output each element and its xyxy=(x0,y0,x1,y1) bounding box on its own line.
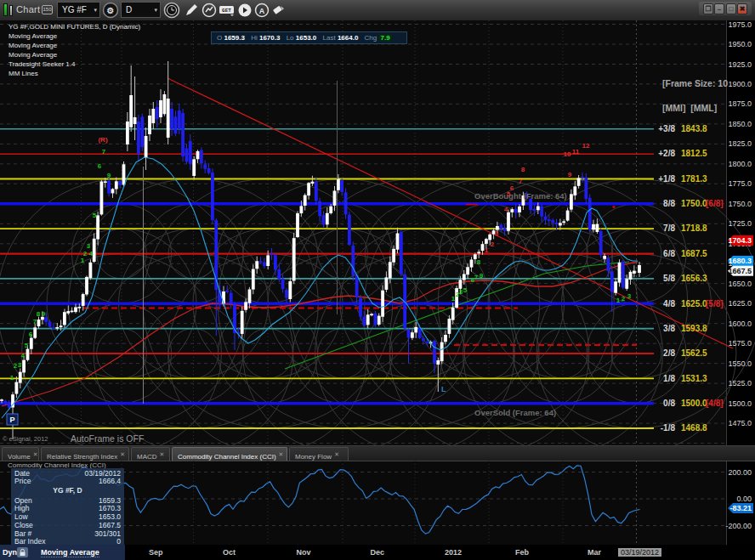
svg-text:1550.0: 1550.0 xyxy=(728,359,752,368)
svg-text:1781.3: 1781.3 xyxy=(681,174,707,184)
svg-text:1750.0: 1750.0 xyxy=(681,199,707,208)
svg-text:1843.8: 1843.8 xyxy=(681,124,707,133)
svg-text:8: 8 xyxy=(37,310,41,318)
svg-text:2: 2 xyxy=(83,250,88,257)
svg-text:1875.0: 1875.0 xyxy=(728,99,752,108)
svg-text:1687.5: 1687.5 xyxy=(681,249,707,258)
svg-text:1593.8: 1593.8 xyxy=(681,324,707,333)
svg-text:1650.0: 1650.0 xyxy=(728,280,752,288)
svg-text:1: 1 xyxy=(485,246,489,254)
svg-text:1531.3: 1531.3 xyxy=(681,374,707,383)
svg-text:1500.0: 1500.0 xyxy=(728,399,752,408)
svg-text:P: P xyxy=(9,416,14,424)
svg-text:OverSold (Frame: 64): OverSold (Frame: 64) xyxy=(474,408,556,417)
svg-text:-83.21: -83.21 xyxy=(729,504,752,512)
svg-text:7: 7 xyxy=(519,178,523,185)
svg-text:8: 8 xyxy=(477,258,481,266)
svg-text:1468.8: 1468.8 xyxy=(681,423,707,433)
svg-text:1625.0: 1625.0 xyxy=(681,299,707,308)
svg-text:1: 1 xyxy=(10,374,14,382)
svg-text:1/8: 1/8 xyxy=(663,374,675,383)
svg-text:7/8: 7/8 xyxy=(663,223,675,233)
svg-text:1800.0: 1800.0 xyxy=(728,160,752,168)
svg-text:12: 12 xyxy=(582,142,590,150)
svg-text:[5/8]: [5/8] xyxy=(706,299,724,308)
svg-text:(R): (R) xyxy=(98,136,107,144)
svg-text:6: 6 xyxy=(29,331,33,338)
svg-text:9: 9 xyxy=(480,272,484,280)
svg-text:0.00: 0.00 xyxy=(736,495,752,503)
svg-text:L: L xyxy=(441,385,446,393)
svg-text:1775.0: 1775.0 xyxy=(728,179,752,188)
svg-text:1925.0: 1925.0 xyxy=(728,60,752,69)
svg-text:5: 5 xyxy=(463,286,468,294)
svg-text:3: 3 xyxy=(495,229,499,237)
svg-text:7: 7 xyxy=(474,274,479,281)
svg-text:1750.0: 1750.0 xyxy=(728,200,752,208)
svg-text:5: 5 xyxy=(93,212,97,219)
svg-text:200.00: 200.00 xyxy=(728,468,752,477)
svg-text:0/8: 0/8 xyxy=(663,399,675,408)
svg-text:1656.3: 1656.3 xyxy=(681,274,707,283)
svg-text:1725.0: 1725.0 xyxy=(728,219,752,228)
svg-text:[4/8]: [4/8] xyxy=(706,399,724,408)
svg-text:5/8: 5/8 xyxy=(663,274,675,283)
svg-text:8/8: 8/8 xyxy=(663,199,675,208)
svg-text:1718.8: 1718.8 xyxy=(681,223,707,233)
svg-text:1825.0: 1825.0 xyxy=(728,139,752,148)
svg-text:11: 11 xyxy=(572,148,580,156)
svg-text:2: 2 xyxy=(622,295,626,303)
svg-text:1500.0: 1500.0 xyxy=(681,399,707,408)
svg-text:9: 9 xyxy=(568,171,572,178)
svg-text:1975.0: 1975.0 xyxy=(728,20,752,29)
svg-text:1575.0: 1575.0 xyxy=(728,339,752,348)
svg-text:1525.0: 1525.0 xyxy=(728,379,752,387)
svg-text:4: 4 xyxy=(89,250,94,257)
svg-text:1680.3: 1680.3 xyxy=(728,257,752,265)
svg-text:3: 3 xyxy=(87,242,91,250)
svg-text:3/8: 3/8 xyxy=(663,324,675,333)
svg-text:3: 3 xyxy=(627,292,632,300)
svg-text:1: 1 xyxy=(616,297,621,304)
svg-text:5: 5 xyxy=(25,342,29,349)
svg-text:9: 9 xyxy=(107,172,111,179)
svg-text:6: 6 xyxy=(510,184,514,192)
svg-text:-1/8: -1/8 xyxy=(661,423,676,433)
svg-text:3: 3 xyxy=(18,361,22,369)
svg-text:6/8: 6/8 xyxy=(663,249,675,258)
svg-text:[Frame Size: 10: [Frame Size: 10 xyxy=(662,78,728,88)
svg-text:1625.0: 1625.0 xyxy=(728,299,752,308)
svg-text:7: 7 xyxy=(102,148,106,156)
svg-text:1950.0: 1950.0 xyxy=(728,40,752,48)
svg-text:[6/8]: [6/8] xyxy=(706,199,724,208)
svg-text:4/8: 4/8 xyxy=(663,299,675,308)
svg-text:1475.0: 1475.0 xyxy=(728,419,752,427)
svg-text:1562.5: 1562.5 xyxy=(681,348,707,358)
svg-text:6: 6 xyxy=(98,162,102,170)
svg-text:OverBought (Frame: 64): OverBought (Frame: 64) xyxy=(474,191,567,201)
svg-text:2: 2 xyxy=(491,240,495,248)
svg-text:+1/8: +1/8 xyxy=(658,174,675,184)
svg-text:1812.5: 1812.5 xyxy=(681,149,707,158)
svg-text:10: 10 xyxy=(564,150,571,158)
svg-text:+3/8: +3/8 xyxy=(658,124,675,133)
svg-text:+2/8: +2/8 xyxy=(658,149,675,158)
svg-text:1704.3: 1704.3 xyxy=(728,236,752,245)
svg-text:1: 1 xyxy=(81,257,85,264)
svg-text:8: 8 xyxy=(521,166,525,173)
svg-text:7: 7 xyxy=(33,318,37,325)
svg-text:4: 4 xyxy=(504,206,508,213)
svg-text:2/8: 2/8 xyxy=(663,348,675,358)
svg-text:1900.0: 1900.0 xyxy=(728,80,752,88)
svg-text:[MMI] [MML]: [MMI] [MML] xyxy=(662,103,717,113)
svg-text:-200.00: -200.00 xyxy=(725,522,752,530)
svg-text:4: 4 xyxy=(21,352,26,359)
svg-text:1667.5: 1667.5 xyxy=(728,267,752,275)
svg-text:1600.0: 1600.0 xyxy=(728,320,752,328)
svg-text:9: 9 xyxy=(42,310,46,318)
svg-text:1850.0: 1850.0 xyxy=(728,120,752,128)
